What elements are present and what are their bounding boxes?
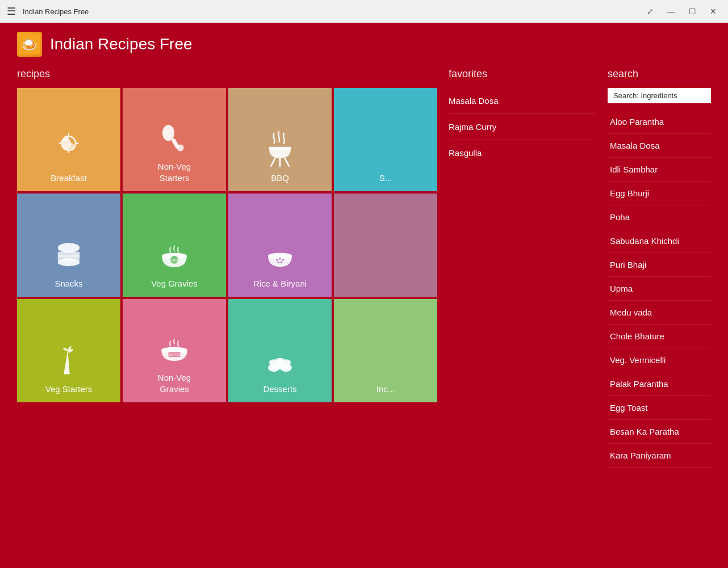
search-result-5[interactable]: Sabudana Khichdi — [608, 229, 711, 253]
tile-veg-starters-label: Veg Starters — [45, 384, 93, 395]
svg-point-27 — [279, 258, 281, 260]
recipes-column: recipes Breakfast — [17, 68, 437, 568]
search-result-12[interactable]: Egg Toast — [608, 396, 711, 420]
search-result-14[interactable]: Kara Paniyaram — [608, 444, 711, 468]
svg-point-42 — [275, 357, 284, 363]
tile-veg-starters[interactable]: Veg Starters — [17, 299, 120, 402]
favorites-column: favorites Masala Dosa Rajma Curry Rasgul… — [437, 68, 596, 568]
svg-point-12 — [177, 144, 183, 151]
tile-nonveg-gravies-label: Non-Veg Gravies — [158, 372, 191, 394]
search-result-9[interactable]: Chole Bhature — [608, 325, 711, 348]
tile-extra[interactable] — [334, 193, 437, 297]
svg-line-15 — [285, 158, 289, 166]
search-column: search Search: Ingredients Search: Name … — [596, 68, 711, 568]
tile-veg-gravies-label: Veg Gravies — [151, 278, 198, 289]
tiles-grid: Breakfast Non-Veg Starters — [17, 88, 437, 402]
search-result-2[interactable]: Idli Sambhar — [608, 158, 711, 182]
tile-desserts-label: Desserts — [263, 384, 296, 395]
tile-rice-biryani-label: Rice & Biryani — [253, 278, 307, 289]
search-result-8[interactable]: Medu vada — [608, 301, 711, 325]
search-result-10[interactable]: Veg. Vermicelli — [608, 348, 711, 372]
tile-nonveg-starters-label: Non-Veg Starters — [158, 161, 191, 183]
search-result-4[interactable]: Poha — [608, 205, 711, 229]
svg-rect-18 — [58, 251, 80, 254]
recipes-label: recipes — [17, 68, 437, 80]
main-layout: recipes Breakfast — [17, 68, 711, 568]
tile-bbq[interactable]: BBQ — [228, 88, 332, 191]
search-label: search — [608, 68, 711, 80]
favorite-item-2[interactable]: Rasgulla — [449, 140, 596, 166]
search-controls: Search: Ingredients Search: Name ▼ Sea — [608, 88, 711, 103]
search-result-11[interactable]: Palak Parantha — [608, 372, 711, 396]
svg-point-28 — [282, 259, 284, 261]
search-result-6[interactable]: Puri Bhaji — [608, 253, 711, 277]
favorites-label: favorites — [449, 68, 596, 80]
svg-text:VEG: VEG — [171, 258, 178, 262]
minimize-button[interactable]: — — [663, 5, 680, 18]
tile-breakfast-label: Breakfast — [51, 172, 86, 184]
tile-special-label: S... — [379, 172, 392, 184]
tile-veg-gravies[interactable]: VEG Veg Gravies — [123, 193, 226, 297]
search-result-13[interactable]: Besan Ka Paratha — [608, 420, 711, 444]
search-result-1[interactable]: Masala Dosa — [608, 134, 711, 158]
tile-snacks-label: Snacks — [55, 278, 82, 289]
tile-breakfast[interactable]: Breakfast — [17, 88, 120, 191]
favorites-list: Masala Dosa Rajma Curry Rasgulla — [449, 88, 596, 166]
tile-rice-biryani[interactable]: Rice & Biryani — [228, 193, 332, 297]
svg-point-21 — [58, 258, 80, 266]
search-result-3[interactable]: Egg Bhurji — [608, 182, 711, 205]
app-header: 🍛 Indian Recipes Free — [17, 23, 711, 68]
maximize-button[interactable]: ☐ — [684, 5, 701, 18]
tile-nonveg-starters[interactable]: Non-Veg Starters — [123, 88, 226, 191]
search-result-0[interactable]: Aloo Parantha — [608, 110, 711, 134]
app-logo: 🍛 — [17, 32, 42, 57]
svg-point-17 — [58, 243, 80, 253]
tile-desserts[interactable]: Desserts — [228, 299, 332, 402]
window-title: Indian Recipes Free — [23, 7, 635, 16]
search-dropdown[interactable]: Search: Ingredients Search: Name — [608, 88, 711, 103]
favorite-item-1[interactable]: Rajma Curry — [449, 114, 596, 140]
svg-point-29 — [278, 261, 280, 263]
svg-point-8 — [64, 136, 69, 141]
svg-rect-19 — [58, 255, 80, 258]
svg-point-30 — [281, 261, 283, 263]
search-result-7[interactable]: Upma — [608, 277, 711, 301]
search-results: Aloo Parantha Masala Dosa Idli Sambhar E… — [608, 110, 711, 468]
tile-inc[interactable]: Inc... — [334, 299, 437, 402]
tile-bbq-label: BBQ — [271, 172, 289, 184]
svg-text:NON-VEG: NON-VEG — [169, 354, 182, 356]
svg-point-26 — [276, 259, 278, 261]
restore-icon[interactable]: ⤢ — [642, 5, 658, 18]
tile-inc-label: Inc... — [376, 384, 395, 395]
svg-point-10 — [162, 125, 174, 141]
tile-snacks[interactable]: Snacks — [17, 193, 120, 297]
titlebar: ☰ Indian Recipes Free ⤢ — ☐ ✕ — [0, 0, 728, 23]
tile-nonveg-gravies[interactable]: NON-VEG Non-Veg Gravies — [123, 299, 226, 402]
app-content: 🍛 Indian Recipes Free recipes — [0, 23, 728, 568]
svg-rect-13 — [269, 146, 291, 149]
menu-icon[interactable]: ☰ — [7, 5, 16, 18]
tile-special[interactable]: S... — [334, 88, 437, 191]
window-controls: ⤢ — ☐ ✕ — [642, 5, 721, 18]
favorite-item-0[interactable]: Masala Dosa — [449, 88, 596, 114]
search-dropdown-wrapper: Search: Ingredients Search: Name ▼ — [608, 88, 711, 103]
app-title: Indian Recipes Free — [50, 35, 193, 53]
svg-line-14 — [271, 158, 275, 166]
close-button[interactable]: ✕ — [705, 5, 721, 18]
svg-text:🍛: 🍛 — [22, 37, 37, 52]
